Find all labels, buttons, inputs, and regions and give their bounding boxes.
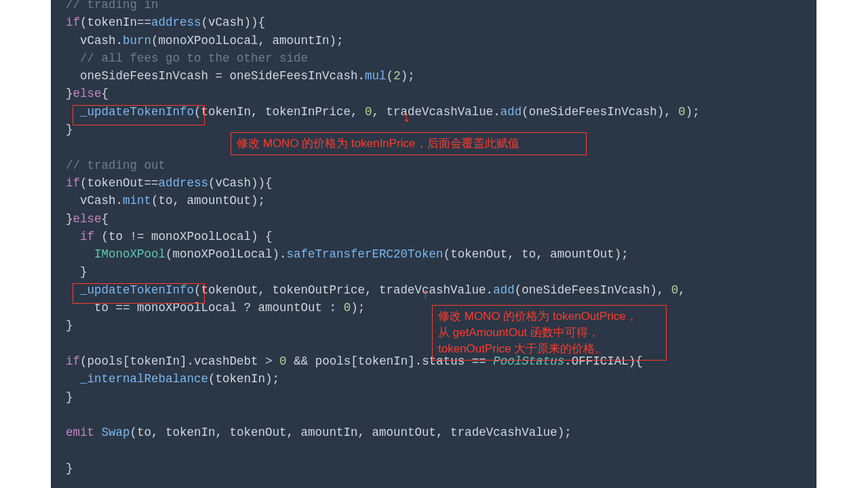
code-line-12: vCash.mint(to, amountOut); xyxy=(66,194,265,207)
code-content: // trading in if(tokenIn==address(vCash)… xyxy=(66,0,700,477)
code-line-17: _updateTokenInfo(tokenOut, tokenOutPrice… xyxy=(66,283,686,297)
code-line-5: oneSideFeesInVcash = oneSideFeesInVcash.… xyxy=(66,69,415,83)
annotation-callout-1: 修改 MONO 的价格为 tokenInPrice，后面会覆盖此赋值 xyxy=(231,132,587,155)
annotation-callout-2: 修改 MONO 的价格为 tokenOutPrice， 从 getAmountO… xyxy=(432,305,667,361)
code-line-23: } xyxy=(66,390,73,404)
annotation-text-1: 修改 MONO 的价格为 tokenInPrice，后面会覆盖此赋值 xyxy=(237,137,519,150)
code-line-16: } xyxy=(66,265,87,279)
code-line-7: _updateTokenInfo(tokenIn, tokenInPrice, … xyxy=(66,105,700,119)
code-editor: // trading in if(tokenIn==address(vCash)… xyxy=(51,0,816,488)
annotation-text-2-line2: 从 getAmountOut 函数中可得， xyxy=(438,325,660,341)
code-line-15: IMonoXPool(monoXPoolLocal).safeTransferE… xyxy=(66,247,629,261)
code-line-4: // all fees go to the other side xyxy=(66,52,308,65)
code-line-13: }else{ xyxy=(66,212,108,226)
code-line-11: if(tokenOut==address(vCash)){ xyxy=(66,176,273,190)
code-line-19: } xyxy=(66,319,73,332)
code-line-27: } xyxy=(66,462,73,475)
annotation-text-2-line1: 修改 MONO 的价格为 tokenOutPrice， xyxy=(438,308,660,325)
code-line-2: if(tokenIn==address(vCash)){ xyxy=(66,16,265,29)
code-line-25: emit Swap(to, tokenIn, tokenOut, amountI… xyxy=(66,426,572,439)
annotation-text-2-line3: tokenOutPrice 大于原来的价格。 xyxy=(438,341,660,357)
code-line-1: // trading in xyxy=(66,0,159,12)
code-line-6: }else{ xyxy=(66,87,108,100)
code-line-14: if (to != monoXPoolLocal) { xyxy=(66,230,273,243)
code-line-8: } xyxy=(66,123,73,136)
code-line-18: to == monoXPoolLocal ? amountOut : 0); xyxy=(66,301,365,314)
code-line-10: // trading out xyxy=(66,159,165,172)
code-line-3: vCash.burn(monoXPoolLocal, amountIn); xyxy=(66,34,344,47)
code-line-22: _internalRebalance(tokenIn); xyxy=(66,372,279,386)
